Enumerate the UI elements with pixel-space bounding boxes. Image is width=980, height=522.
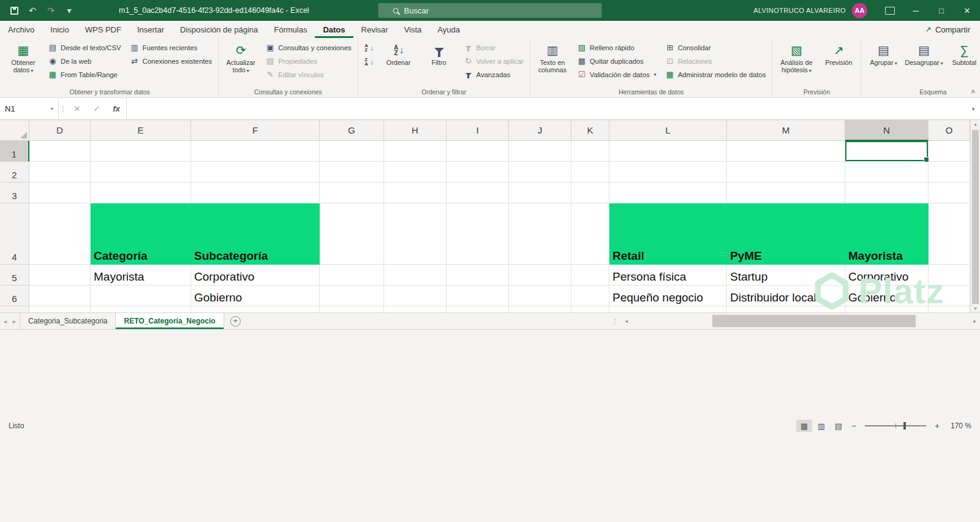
cell-E6[interactable] <box>91 286 191 306</box>
row-header-5[interactable]: 5 <box>0 265 29 286</box>
save-button[interactable] <box>5 1 23 20</box>
from-table-range-button[interactable]: ▦From Table/Range <box>45 68 124 81</box>
column-header-L[interactable]: L <box>609 120 727 141</box>
column-header-K[interactable]: K <box>571 120 609 141</box>
column-header-I[interactable]: I <box>447 120 509 141</box>
cell-F4[interactable]: Subcategoría <box>191 203 320 265</box>
flash-fill-button[interactable]: ▨Relleno rápido <box>575 41 659 54</box>
cell-F5[interactable]: Corporativo <box>191 265 320 286</box>
cell-F2[interactable] <box>191 162 320 183</box>
tab-ayuda[interactable]: Ayuda <box>429 21 468 38</box>
cell-D2[interactable] <box>29 162 91 183</box>
maximize-button[interactable]: □ <box>929 0 954 21</box>
cell-L4[interactable]: Retail <box>609 203 727 265</box>
cell-N5[interactable]: Corporativo <box>845 265 929 286</box>
tab-scroll-splitter[interactable]: ⋮ <box>608 313 621 329</box>
cell-G2[interactable] <box>320 162 384 183</box>
insert-function-button[interactable]: fx <box>107 98 126 119</box>
group-button[interactable]: ▤ Agrupar▾ <box>865 39 902 82</box>
horizontal-scroll-track[interactable] <box>631 313 970 329</box>
data-validation-button[interactable]: ☑Validación de datos▾ <box>575 68 659 81</box>
from-text-csv-button[interactable]: ▤Desde el texto/CSV <box>45 41 124 54</box>
share-button[interactable]: ↗ Compartir <box>925 21 970 38</box>
row-header-6[interactable]: 6 <box>0 286 29 306</box>
search-box[interactable]: Buscar <box>379 3 602 18</box>
cell-I7[interactable] <box>447 306 509 312</box>
ungroup-button[interactable]: ▤ Desagrupar▾ <box>905 39 942 82</box>
cell-J1[interactable] <box>509 141 571 162</box>
column-header-H[interactable]: H <box>384 120 447 141</box>
cell-O4[interactable] <box>929 203 970 265</box>
minimize-button[interactable]: ─ <box>903 0 929 21</box>
cell-G4[interactable] <box>320 203 384 265</box>
scroll-up-icon[interactable]: ▴ <box>971 120 980 129</box>
cell-F6[interactable]: Gobierno <box>191 286 320 306</box>
cell-O5[interactable] <box>929 265 970 286</box>
cell-I5[interactable] <box>447 265 509 286</box>
cell-L3[interactable] <box>609 183 727 203</box>
cell-L5[interactable]: Persona física <box>609 265 727 286</box>
cell-O1[interactable] <box>929 141 970 162</box>
row-header-3[interactable]: 3 <box>0 183 29 203</box>
cell-M2[interactable] <box>727 162 845 183</box>
vertical-scroll-thumb[interactable] <box>972 130 979 304</box>
cell-H4[interactable] <box>384 203 447 265</box>
cell-I2[interactable] <box>447 162 509 183</box>
cell-D4[interactable] <box>29 203 91 265</box>
tab-insertar[interactable]: Insertar <box>129 21 172 38</box>
zoom-out-button[interactable]: − <box>848 421 860 431</box>
cell-M1[interactable] <box>727 141 845 162</box>
cell-E4[interactable]: Categoría <box>91 203 191 265</box>
cell-I1[interactable] <box>447 141 509 162</box>
cell-H2[interactable] <box>384 162 447 183</box>
cell-E7[interactable] <box>91 306 191 312</box>
horizontal-scrollbar[interactable]: ◂ ▸ <box>621 313 980 329</box>
cell-G7[interactable] <box>320 306 384 312</box>
cell-N2[interactable] <box>845 162 929 183</box>
cancel-entry-button[interactable]: ✕ <box>67 98 87 119</box>
cell-J5[interactable] <box>509 265 571 286</box>
cell-K2[interactable] <box>571 162 609 183</box>
scroll-right-icon[interactable]: ▸ <box>970 313 980 329</box>
tab-vista[interactable]: Vista <box>396 21 430 38</box>
cell-F3[interactable] <box>191 183 320 203</box>
cell-J2[interactable] <box>509 162 571 183</box>
cell-D5[interactable] <box>29 265 91 286</box>
cell-G3[interactable] <box>320 183 384 203</box>
cell-G6[interactable] <box>320 286 384 306</box>
cell-O6[interactable] <box>929 286 970 306</box>
select-all-corner[interactable] <box>0 120 29 141</box>
tab-formulas[interactable]: Fórmulas <box>266 21 315 38</box>
subtotal-button[interactable]: ∑ Subtotal <box>946 39 980 82</box>
row-header-7[interactable]: 7 <box>0 306 29 312</box>
cell-I4[interactable] <box>447 203 509 265</box>
cell-N7[interactable]: Franquicia <box>845 306 929 312</box>
column-header-E[interactable]: E <box>91 120 191 141</box>
sheet-tab-reto-categoria-negocio[interactable]: RETO_Categoría_Negocio <box>116 313 224 329</box>
cell-K7[interactable] <box>571 306 609 312</box>
sheet-nav-right-icon[interactable]: ▸ <box>13 318 16 325</box>
zoom-slider[interactable] <box>865 425 926 426</box>
tab-archivo[interactable]: Archivo <box>0 21 42 38</box>
vertical-scrollbar[interactable]: ▴ ▾ <box>970 120 980 312</box>
tab-revisar[interactable]: Revisar <box>353 21 396 38</box>
cell-I6[interactable] <box>447 286 509 306</box>
avatar[interactable]: AA <box>852 3 867 18</box>
filter-button[interactable]: Filtro <box>421 39 458 82</box>
collapse-ribbon-button[interactable]: ˄ <box>971 88 975 95</box>
cell-K1[interactable] <box>571 141 609 162</box>
queries-connections-button[interactable]: ▣Consultas y conexiones <box>263 41 353 54</box>
cell-H3[interactable] <box>384 183 447 203</box>
column-header-G[interactable]: G <box>320 120 384 141</box>
cell-L2[interactable] <box>609 162 727 183</box>
ribbon-display-options-button[interactable] <box>877 0 903 21</box>
cell-M6[interactable]: Distribuidor local <box>727 286 845 306</box>
cell-K3[interactable] <box>571 183 609 203</box>
cell-K6[interactable] <box>571 286 609 306</box>
column-header-J[interactable]: J <box>509 120 571 141</box>
what-if-analysis-button[interactable]: ▧ Análisis de hipótesis▾ <box>776 39 816 82</box>
cell-J6[interactable] <box>509 286 571 306</box>
cell-F7[interactable]: Franquicia <box>191 306 320 312</box>
sort-descending-button[interactable]: ZA↓ <box>362 55 377 69</box>
cell-G5[interactable] <box>320 265 384 286</box>
